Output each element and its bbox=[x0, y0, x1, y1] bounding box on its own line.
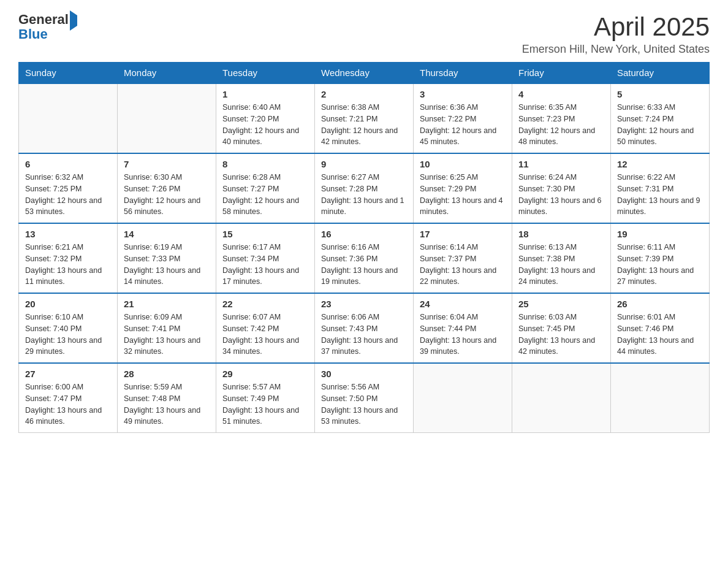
calendar-week-row: 13Sunrise: 6:21 AM Sunset: 7:32 PM Dayli… bbox=[19, 223, 710, 293]
day-info: Sunrise: 5:59 AM Sunset: 7:48 PM Dayligh… bbox=[124, 381, 210, 427]
calendar-cell: 4Sunrise: 6:35 AM Sunset: 7:23 PM Daylig… bbox=[512, 83, 611, 153]
column-header-monday: Monday bbox=[118, 63, 216, 84]
day-info: Sunrise: 5:56 AM Sunset: 7:50 PM Dayligh… bbox=[321, 381, 407, 427]
calendar-cell: 25Sunrise: 6:03 AM Sunset: 7:45 PM Dayli… bbox=[512, 293, 611, 363]
column-header-wednesday: Wednesday bbox=[315, 63, 414, 84]
calendar-week-row: 27Sunrise: 6:00 AM Sunset: 7:47 PM Dayli… bbox=[19, 363, 710, 433]
calendar-cell bbox=[611, 363, 710, 433]
title-section: April 2025 Emerson Hill, New York, Unite… bbox=[522, 12, 710, 56]
day-number: 13 bbox=[25, 229, 111, 239]
day-number: 11 bbox=[518, 159, 604, 169]
calendar-cell: 6Sunrise: 6:32 AM Sunset: 7:25 PM Daylig… bbox=[19, 153, 118, 223]
calendar-cell: 10Sunrise: 6:25 AM Sunset: 7:29 PM Dayli… bbox=[414, 153, 512, 223]
day-info: Sunrise: 6:03 AM Sunset: 7:45 PM Dayligh… bbox=[518, 312, 604, 358]
calendar-cell bbox=[512, 363, 611, 433]
day-info: Sunrise: 6:22 AM Sunset: 7:31 PM Dayligh… bbox=[617, 172, 703, 218]
column-header-saturday: Saturday bbox=[611, 63, 710, 84]
day-info: Sunrise: 6:24 AM Sunset: 7:30 PM Dayligh… bbox=[518, 172, 604, 218]
column-header-friday: Friday bbox=[512, 63, 611, 84]
logo-arrow-icon bbox=[70, 10, 77, 31]
day-info: Sunrise: 6:13 AM Sunset: 7:38 PM Dayligh… bbox=[518, 242, 604, 288]
calendar-cell: 21Sunrise: 6:09 AM Sunset: 7:41 PM Dayli… bbox=[118, 293, 216, 363]
calendar-cell: 7Sunrise: 6:30 AM Sunset: 7:26 PM Daylig… bbox=[118, 153, 216, 223]
day-info: Sunrise: 6:40 AM Sunset: 7:20 PM Dayligh… bbox=[222, 102, 308, 148]
calendar-cell: 18Sunrise: 6:13 AM Sunset: 7:38 PM Dayli… bbox=[512, 223, 611, 293]
day-number: 21 bbox=[124, 299, 210, 309]
calendar-cell: 24Sunrise: 6:04 AM Sunset: 7:44 PM Dayli… bbox=[414, 293, 512, 363]
calendar-cell: 5Sunrise: 6:33 AM Sunset: 7:24 PM Daylig… bbox=[611, 83, 710, 153]
day-number: 17 bbox=[420, 229, 506, 239]
calendar-cell bbox=[414, 363, 512, 433]
column-header-sunday: Sunday bbox=[19, 63, 118, 84]
calendar-cell: 20Sunrise: 6:10 AM Sunset: 7:40 PM Dayli… bbox=[19, 293, 118, 363]
day-number: 23 bbox=[321, 299, 407, 309]
day-number: 18 bbox=[518, 229, 604, 239]
calendar-cell: 11Sunrise: 6:24 AM Sunset: 7:30 PM Dayli… bbox=[512, 153, 611, 223]
day-info: Sunrise: 6:19 AM Sunset: 7:33 PM Dayligh… bbox=[124, 242, 210, 288]
day-info: Sunrise: 6:00 AM Sunset: 7:47 PM Dayligh… bbox=[25, 381, 111, 427]
calendar-cell: 29Sunrise: 5:57 AM Sunset: 7:49 PM Dayli… bbox=[216, 363, 315, 433]
day-number: 28 bbox=[124, 369, 210, 379]
calendar-week-row: 6Sunrise: 6:32 AM Sunset: 7:25 PM Daylig… bbox=[19, 153, 710, 223]
day-number: 4 bbox=[518, 89, 604, 99]
day-number: 29 bbox=[222, 369, 308, 379]
calendar-cell: 3Sunrise: 6:36 AM Sunset: 7:22 PM Daylig… bbox=[414, 83, 512, 153]
day-info: Sunrise: 6:30 AM Sunset: 7:26 PM Dayligh… bbox=[124, 172, 210, 218]
logo: General Blue bbox=[18, 12, 77, 42]
day-info: Sunrise: 6:07 AM Sunset: 7:42 PM Dayligh… bbox=[222, 312, 308, 358]
day-number: 1 bbox=[222, 89, 308, 99]
day-number: 26 bbox=[617, 299, 703, 309]
calendar-cell: 26Sunrise: 6:01 AM Sunset: 7:46 PM Dayli… bbox=[611, 293, 710, 363]
day-info: Sunrise: 6:10 AM Sunset: 7:40 PM Dayligh… bbox=[25, 312, 111, 358]
day-info: Sunrise: 6:25 AM Sunset: 7:29 PM Dayligh… bbox=[420, 172, 506, 218]
calendar-cell: 9Sunrise: 6:27 AM Sunset: 7:28 PM Daylig… bbox=[315, 153, 414, 223]
calendar-cell: 2Sunrise: 6:38 AM Sunset: 7:21 PM Daylig… bbox=[315, 83, 414, 153]
day-number: 5 bbox=[617, 89, 703, 99]
day-number: 20 bbox=[25, 299, 111, 309]
day-info: Sunrise: 6:14 AM Sunset: 7:37 PM Dayligh… bbox=[420, 242, 506, 288]
day-number: 16 bbox=[321, 229, 407, 239]
location-subtitle: Emerson Hill, New York, United States bbox=[522, 43, 710, 56]
calendar-cell: 16Sunrise: 6:16 AM Sunset: 7:36 PM Dayli… bbox=[315, 223, 414, 293]
day-number: 9 bbox=[321, 159, 407, 169]
calendar-cell: 12Sunrise: 6:22 AM Sunset: 7:31 PM Dayli… bbox=[611, 153, 710, 223]
column-header-thursday: Thursday bbox=[414, 63, 512, 84]
column-header-tuesday: Tuesday bbox=[216, 63, 315, 84]
calendar-header-row: SundayMondayTuesdayWednesdayThursdayFrid… bbox=[19, 63, 710, 84]
day-info: Sunrise: 6:17 AM Sunset: 7:34 PM Dayligh… bbox=[222, 242, 308, 288]
logo-text-blue: Blue bbox=[18, 26, 48, 42]
calendar-cell: 19Sunrise: 6:11 AM Sunset: 7:39 PM Dayli… bbox=[611, 223, 710, 293]
day-info: Sunrise: 5:57 AM Sunset: 7:49 PM Dayligh… bbox=[222, 381, 308, 427]
day-number: 22 bbox=[222, 299, 308, 309]
calendar-cell: 17Sunrise: 6:14 AM Sunset: 7:37 PM Dayli… bbox=[414, 223, 512, 293]
calendar-table: SundayMondayTuesdayWednesdayThursdayFrid… bbox=[18, 62, 710, 433]
calendar-cell: 22Sunrise: 6:07 AM Sunset: 7:42 PM Dayli… bbox=[216, 293, 315, 363]
day-info: Sunrise: 6:16 AM Sunset: 7:36 PM Dayligh… bbox=[321, 242, 407, 288]
day-info: Sunrise: 6:01 AM Sunset: 7:46 PM Dayligh… bbox=[617, 312, 703, 358]
day-info: Sunrise: 6:06 AM Sunset: 7:43 PM Dayligh… bbox=[321, 312, 407, 358]
calendar-cell: 27Sunrise: 6:00 AM Sunset: 7:47 PM Dayli… bbox=[19, 363, 118, 433]
day-number: 10 bbox=[420, 159, 506, 169]
day-number: 8 bbox=[222, 159, 308, 169]
day-info: Sunrise: 6:11 AM Sunset: 7:39 PM Dayligh… bbox=[617, 242, 703, 288]
page-header: General Blue April 2025 Emerson Hill, Ne… bbox=[18, 12, 710, 56]
day-number: 19 bbox=[617, 229, 703, 239]
calendar-cell: 28Sunrise: 5:59 AM Sunset: 7:48 PM Dayli… bbox=[118, 363, 216, 433]
calendar-cell: 23Sunrise: 6:06 AM Sunset: 7:43 PM Dayli… bbox=[315, 293, 414, 363]
day-number: 12 bbox=[617, 159, 703, 169]
day-info: Sunrise: 6:32 AM Sunset: 7:25 PM Dayligh… bbox=[25, 172, 111, 218]
day-number: 14 bbox=[124, 229, 210, 239]
month-title: April 2025 bbox=[522, 12, 710, 42]
day-info: Sunrise: 6:28 AM Sunset: 7:27 PM Dayligh… bbox=[222, 172, 308, 218]
day-number: 3 bbox=[420, 89, 506, 99]
calendar-cell: 15Sunrise: 6:17 AM Sunset: 7:34 PM Dayli… bbox=[216, 223, 315, 293]
day-number: 24 bbox=[420, 299, 506, 309]
day-number: 6 bbox=[25, 159, 111, 169]
calendar-cell: 1Sunrise: 6:40 AM Sunset: 7:20 PM Daylig… bbox=[216, 83, 315, 153]
calendar-cell: 30Sunrise: 5:56 AM Sunset: 7:50 PM Dayli… bbox=[315, 363, 414, 433]
day-info: Sunrise: 6:33 AM Sunset: 7:24 PM Dayligh… bbox=[617, 102, 703, 148]
day-info: Sunrise: 6:09 AM Sunset: 7:41 PM Dayligh… bbox=[124, 312, 210, 358]
day-info: Sunrise: 6:38 AM Sunset: 7:21 PM Dayligh… bbox=[321, 102, 407, 148]
day-info: Sunrise: 6:04 AM Sunset: 7:44 PM Dayligh… bbox=[420, 312, 506, 358]
calendar-week-row: 20Sunrise: 6:10 AM Sunset: 7:40 PM Dayli… bbox=[19, 293, 710, 363]
